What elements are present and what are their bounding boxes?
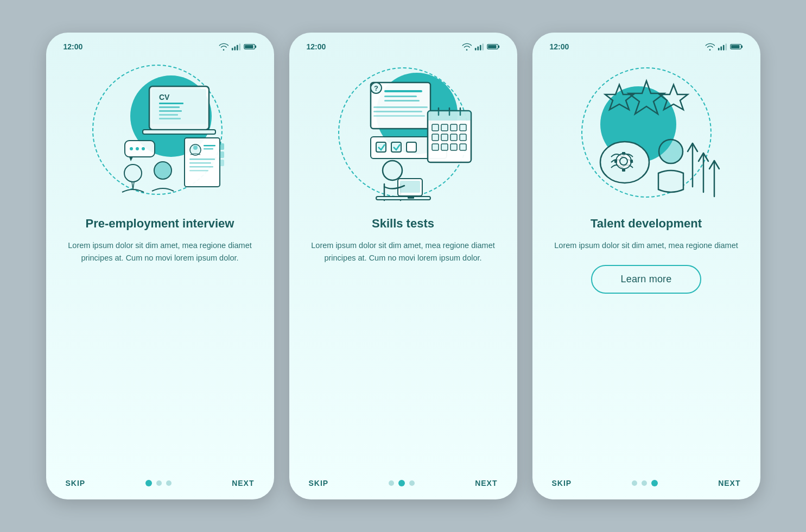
- illustration-area-1: CV: [79, 56, 242, 208]
- illustration-area-2: ?: [322, 56, 485, 208]
- svg-rect-83: [731, 45, 739, 48]
- svg-rect-93: [630, 160, 633, 163]
- status-icons-2: [462, 43, 500, 50]
- svg-rect-5: [255, 46, 256, 48]
- svg-point-22: [154, 162, 172, 179]
- phone-title-3: Talent development: [591, 216, 702, 232]
- svg-rect-46: [384, 96, 417, 97]
- svg-rect-63: [460, 124, 466, 131]
- phone-body-3: Lorem ipsum dolor sit dim amet, mea regi…: [552, 239, 740, 252]
- svg-rect-38: [482, 43, 484, 50]
- svg-rect-77: [718, 48, 719, 50]
- status-time-2: 12:00: [307, 42, 326, 51]
- dots-2: [389, 480, 415, 486]
- next-button-2[interactable]: NEXT: [475, 479, 497, 487]
- svg-rect-41: [488, 45, 496, 48]
- phone-content-3: Talent development Lorem ipsum dolor sit…: [548, 214, 745, 473]
- svg-rect-54: [407, 142, 416, 152]
- svg-rect-70: [450, 144, 457, 150]
- svg-rect-68: [432, 144, 439, 150]
- illustration-svg-3: [565, 56, 728, 208]
- status-icons-3: [705, 43, 743, 50]
- wifi-icon: [462, 43, 472, 50]
- svg-rect-91: [622, 169, 625, 172]
- svg-rect-0: [231, 48, 233, 50]
- status-time-1: 12:00: [64, 42, 83, 51]
- phone-title-2: Skills tests: [372, 216, 434, 232]
- svg-rect-30: [189, 166, 213, 168]
- svg-rect-65: [441, 134, 448, 141]
- svg-rect-36: [477, 47, 479, 50]
- skip-button-2[interactable]: SKIP: [309, 479, 329, 487]
- status-bar-2: 12:00: [304, 42, 502, 51]
- svg-rect-60: [432, 124, 439, 131]
- svg-point-17: [130, 147, 133, 150]
- svg-rect-28: [189, 159, 215, 160]
- dot-2-2: [398, 480, 405, 486]
- svg-rect-15: [143, 130, 215, 134]
- skip-button-1[interactable]: SKIP: [66, 479, 86, 487]
- next-button-3[interactable]: NEXT: [718, 479, 740, 487]
- learn-more-button[interactable]: Learn more: [591, 265, 701, 294]
- svg-rect-76: [408, 196, 414, 199]
- phone-bottom-2: SKIP NEXT: [304, 473, 502, 487]
- battery-icon: [244, 43, 257, 50]
- svg-rect-61: [441, 124, 448, 131]
- svg-rect-69: [441, 144, 448, 150]
- phone-content-2: Skills tests Lorem ipsum dolor sit dim a…: [304, 214, 502, 473]
- battery-icon: [730, 43, 743, 50]
- svg-rect-45: [384, 90, 422, 92]
- phone-body-2: Lorem ipsum dolor sit dim amet, mea regi…: [304, 239, 502, 264]
- svg-rect-16: [125, 141, 155, 157]
- svg-rect-82: [741, 46, 742, 48]
- svg-point-25: [193, 145, 198, 150]
- phone-3: 12:00: [532, 33, 760, 499]
- battery-icon: [487, 43, 500, 50]
- svg-rect-35: [474, 48, 476, 50]
- svg-point-72: [383, 161, 402, 180]
- svg-rect-33: [220, 151, 224, 158]
- phones-container: 12:00: [46, 33, 760, 499]
- svg-text:CV: CV: [159, 93, 170, 102]
- svg-rect-3: [239, 43, 240, 50]
- phone-body-1: Lorem ipsum dolor sit dim amet, mea regi…: [61, 239, 259, 264]
- dot-3-2: [642, 480, 647, 486]
- svg-rect-64: [432, 134, 439, 141]
- svg-marker-85: [605, 85, 633, 110]
- svg-rect-71: [460, 144, 466, 150]
- svg-marker-84: [629, 81, 664, 114]
- illustration-svg-2: ?: [322, 56, 485, 208]
- wifi-icon: [219, 43, 229, 50]
- illustration-area-3: [565, 56, 728, 208]
- svg-rect-32: [220, 143, 224, 150]
- illustration-svg-1: CV: [79, 56, 242, 208]
- status-bar-1: 12:00: [61, 42, 259, 51]
- svg-rect-73: [376, 197, 430, 200]
- svg-point-21: [124, 164, 142, 182]
- signal-icon: [718, 43, 727, 50]
- svg-rect-66: [450, 134, 457, 141]
- dot-1-3: [166, 480, 172, 486]
- dots-1: [145, 480, 172, 486]
- svg-rect-49: [373, 111, 422, 112]
- svg-point-89: [620, 157, 627, 165]
- svg-rect-27: [204, 148, 213, 150]
- phone-2: 12:00: [289, 33, 517, 499]
- status-time-3: 12:00: [550, 42, 569, 51]
- dot-1-1: [145, 480, 152, 486]
- signal-icon: [474, 43, 484, 50]
- next-button-1[interactable]: NEXT: [232, 479, 254, 487]
- dot-3-1: [632, 480, 637, 486]
- svg-rect-12: [159, 110, 182, 112]
- svg-text:?: ?: [374, 84, 378, 92]
- svg-rect-29: [189, 162, 211, 164]
- svg-rect-34: [220, 160, 224, 166]
- svg-rect-1: [234, 47, 236, 50]
- wifi-icon: [705, 43, 715, 50]
- phone-bottom-1: SKIP NEXT: [61, 473, 259, 487]
- svg-point-94: [659, 140, 683, 163]
- svg-rect-37: [479, 45, 481, 50]
- skip-button-3[interactable]: SKIP: [552, 479, 572, 487]
- svg-marker-86: [659, 85, 688, 110]
- svg-rect-6: [245, 45, 253, 48]
